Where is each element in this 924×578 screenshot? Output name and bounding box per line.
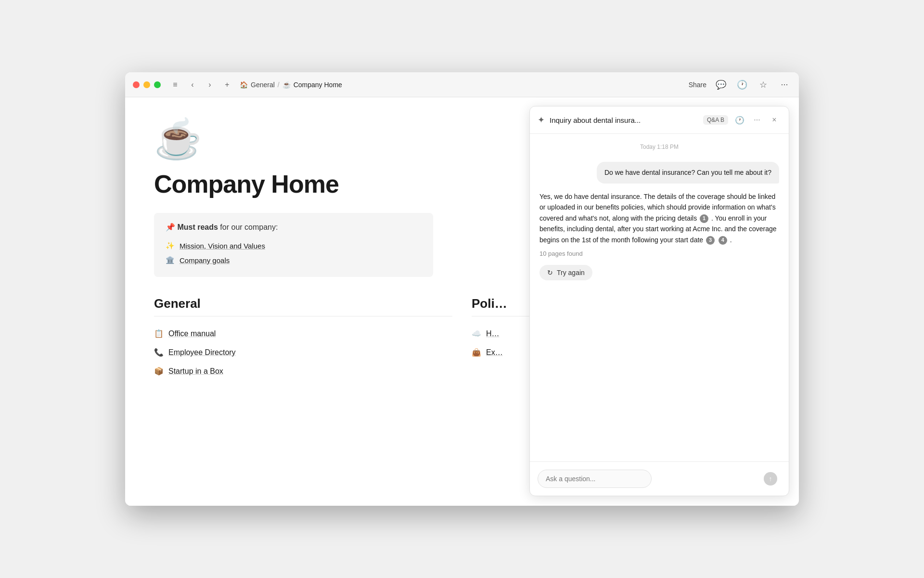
chat-more-button[interactable]: ··· xyxy=(750,113,764,127)
add-button[interactable]: + xyxy=(220,78,234,92)
must-reads-item-2[interactable]: 🏛️ Company goals xyxy=(166,253,422,267)
must-reads-title: 📌 Must reads for our company: xyxy=(166,223,422,232)
page-emoji-breadcrumb: ☕ xyxy=(282,81,291,89)
general-section-title: General xyxy=(154,296,452,316)
chat-input-area: ↑ xyxy=(530,461,789,496)
chat-timestamp: Today 1:18 PM xyxy=(539,144,779,150)
chat-input-wrapper: ↑ xyxy=(538,470,781,488)
try-again-button[interactable]: ↻ Try again xyxy=(539,265,592,280)
chat-panel: ✦ Inquiry about dental insura... Q&A B 🕐… xyxy=(529,106,789,496)
must-reads-bold: Must reads xyxy=(177,223,218,231)
policies-text-1[interactable]: H… xyxy=(486,329,500,338)
chat-close-button[interactable]: × xyxy=(768,113,781,127)
hamburger-menu-button[interactable]: ≡ xyxy=(168,78,182,92)
citation-3[interactable]: 3 xyxy=(706,236,715,245)
must-reads-item-1[interactable]: ✨ Mission, Vision and Values xyxy=(166,238,422,253)
office-manual-emoji: 📋 xyxy=(154,329,164,338)
must-reads-emoji-1: ✨ xyxy=(166,241,175,250)
chat-mode-badge[interactable]: Q&A B xyxy=(703,115,728,125)
breadcrumb-sep: / xyxy=(278,81,280,89)
breadcrumb: 🏠 General / ☕ Company Home xyxy=(240,81,689,89)
startup-emoji: 📦 xyxy=(154,367,164,376)
office-manual-text[interactable]: Office manual xyxy=(168,329,216,338)
send-icon: ↑ xyxy=(769,475,772,483)
must-reads-emoji-2: 🏛️ xyxy=(166,256,175,264)
must-reads-suffix: for our company: xyxy=(218,223,278,231)
employee-directory-text[interactable]: Employee Directory xyxy=(168,348,236,357)
policies-text-2[interactable]: Ex… xyxy=(486,348,503,357)
ai-sparkle-icon: ✦ xyxy=(538,115,545,125)
chat-history-icon: 🕐 xyxy=(735,116,744,125)
chat-messages: Today 1:18 PM Do we have dental insuranc… xyxy=(530,134,789,461)
star-icon: ☆ xyxy=(759,79,767,90)
must-reads-box: 📌 Must reads for our company: ✨ Mission,… xyxy=(154,213,433,277)
breadcrumb-current: ☕ Company Home xyxy=(282,81,342,89)
history-button[interactable]: 🕐 xyxy=(735,78,749,92)
must-reads-link-1[interactable]: Mission, Vision and Values xyxy=(180,242,265,250)
chat-header-actions: 🕐 ··· × xyxy=(733,113,781,127)
try-again-label: Try again xyxy=(557,269,585,276)
startup-in-a-box-item[interactable]: 📦 Startup in a Box xyxy=(154,362,452,381)
policies-emoji-1: ☁️ xyxy=(472,329,481,338)
more-options-button[interactable]: ··· xyxy=(778,78,791,92)
page-title-breadcrumb: Company Home xyxy=(294,81,342,89)
comment-icon: 💬 xyxy=(716,79,726,90)
nav-controls: ≡ ‹ › + xyxy=(168,78,234,92)
back-button[interactable]: ‹ xyxy=(186,78,199,92)
citation-1[interactable]: 1 xyxy=(700,214,708,223)
must-reads-link-2[interactable]: Company goals xyxy=(180,256,230,264)
citation-4[interactable]: 4 xyxy=(719,236,727,245)
chat-send-button[interactable]: ↑ xyxy=(764,472,777,486)
employee-directory-item[interactable]: 📞 Employee Directory xyxy=(154,343,452,362)
user-message: Do we have dental insurance? Can you tel… xyxy=(597,162,779,184)
titlebar: ≡ ‹ › + 🏠 General / ☕ Company Home Share… xyxy=(125,72,799,97)
history-icon: 🕐 xyxy=(737,79,747,90)
minimize-button[interactable] xyxy=(143,81,150,88)
chat-panel-title: Inquiry about dental insura... xyxy=(550,116,698,124)
policies-emoji-2: 👜 xyxy=(472,348,481,357)
star-button[interactable]: ☆ xyxy=(757,78,770,92)
breadcrumb-parent[interactable]: General xyxy=(251,81,275,89)
titlebar-actions: Share 💬 🕐 ☆ ··· xyxy=(689,78,791,92)
traffic-lights xyxy=(133,81,161,88)
forward-button[interactable]: › xyxy=(203,78,217,92)
main-window: ≡ ‹ › + 🏠 General / ☕ Company Home Share… xyxy=(125,72,799,506)
general-section: General 📋 Office manual 📞 Employee Direc… xyxy=(154,296,452,381)
pages-found: 10 pages found xyxy=(539,249,779,259)
close-button[interactable] xyxy=(133,81,140,88)
share-button[interactable]: Share xyxy=(689,81,706,89)
chat-history-button[interactable]: 🕐 xyxy=(733,113,746,127)
startup-text[interactable]: Startup in a Box xyxy=(168,367,223,376)
more-icon: ··· xyxy=(781,79,788,90)
ai-text-3: . xyxy=(730,236,732,244)
ai-message: Yes, we do have dental insurance. The de… xyxy=(539,191,779,280)
breadcrumb-home-icon: 🏠 xyxy=(240,81,248,89)
chat-more-icon: ··· xyxy=(754,116,760,124)
office-manual-item[interactable]: 📋 Office manual xyxy=(154,324,452,343)
employee-directory-emoji: 📞 xyxy=(154,348,164,357)
close-icon: × xyxy=(772,116,776,124)
comment-button[interactable]: 💬 xyxy=(714,78,728,92)
refresh-icon: ↻ xyxy=(547,269,553,276)
chat-question-input[interactable] xyxy=(538,470,652,488)
chat-header: ✦ Inquiry about dental insura... Q&A B 🕐… xyxy=(530,106,789,134)
maximize-button[interactable] xyxy=(154,81,161,88)
